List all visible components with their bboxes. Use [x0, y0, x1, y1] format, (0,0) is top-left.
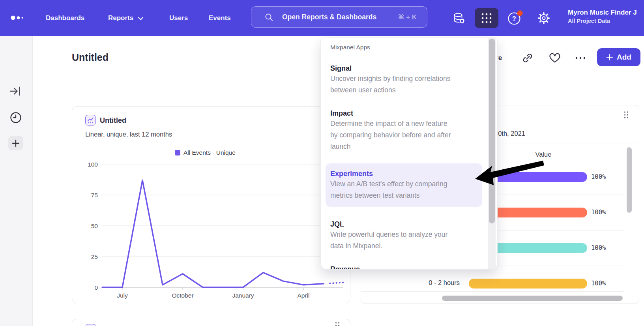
dropdown-item-description: Uncover insights by finding correlations — [330, 73, 477, 84]
dropdown-item-description: View an A/B test's effect by comparing — [330, 178, 477, 190]
svg-text:October: October — [172, 292, 193, 299]
dropdown-item-impact[interactable]: ImpactDetermine the impact of a new feat… — [330, 109, 477, 152]
recent-items-button[interactable] — [9, 111, 22, 124]
horizontal-scrollbar[interactable] — [442, 296, 623, 301]
value-bar[interactable] — [469, 279, 587, 289]
dropdown-item-experiments[interactable]: ExperimentsView an A/B test's effect by … — [326, 163, 482, 207]
value-percentage: 100% — [591, 173, 623, 180]
plus-icon — [11, 139, 20, 148]
user-project-switcher[interactable]: Myron Music Finder J All Project Data — [568, 9, 637, 24]
date-range-label: 30th, 2021 — [494, 130, 525, 137]
top-navigation-bar: Dashboards Reports Users Events Open Rep… — [0, 0, 644, 36]
apps-grid-button[interactable] — [475, 8, 498, 28]
nav-events-label: Events — [209, 14, 231, 22]
nav-users-label: Users — [169, 14, 188, 22]
nav-dashboards-label: Dashboards — [46, 14, 84, 22]
drag-handle-icon[interactable] — [334, 322, 341, 326]
nav-dashboards[interactable]: Dashboards — [46, 0, 84, 36]
search-placeholder: Open Reports & Dashboards — [282, 13, 376, 21]
chevron-down-icon — [138, 17, 144, 21]
dropdown-item-description: by comparing behavior before and after — [330, 129, 477, 141]
copy-link-icon[interactable] — [522, 52, 534, 64]
search-shortcut: ⌘ + K — [398, 13, 417, 21]
dropdown-item-signal[interactable]: SignalUncover insights by finding correl… — [330, 64, 477, 96]
dropdown-item-description: Write powerful queries to analyze your — [330, 229, 477, 240]
dropdown-item-title: Signal — [330, 64, 477, 73]
dropdown-item-description: data in Mixpanel. — [330, 240, 477, 252]
dropdown-item-title: Experiments — [330, 169, 477, 178]
insights-report-icon[interactable] — [85, 324, 96, 326]
dropdown-scrollbar-thumb[interactable] — [489, 39, 495, 223]
favorite-heart-icon[interactable] — [549, 52, 561, 64]
dropdown-header: Mixpanel Apps — [330, 44, 477, 51]
expand-sidebar-icon — [9, 86, 21, 96]
chart-card-untitled-2: Untitled — [72, 319, 350, 326]
svg-text:April: April — [297, 292, 309, 299]
svg-text:25: 25 — [91, 253, 98, 260]
vertical-scrollbar[interactable] — [627, 147, 632, 213]
search-icon — [265, 13, 273, 21]
notification-dot — [517, 10, 522, 16]
page-title: Untitled — [72, 52, 109, 63]
add-button-label: Add — [617, 53, 631, 62]
expand-sidebar-button[interactable] — [9, 85, 22, 97]
value-percentage: 100% — [591, 244, 623, 251]
help-button[interactable]: ? — [507, 0, 523, 36]
svg-text:0: 0 — [94, 284, 98, 291]
mixpanel-logo[interactable] — [9, 13, 25, 22]
svg-text:75: 75 — [91, 192, 98, 199]
dropdown-item-title: JQL — [330, 219, 477, 229]
settings-gear-icon[interactable] — [536, 0, 552, 36]
dropdown-item-title: Impact — [330, 109, 477, 118]
dropdown-item-title: Revenue — [330, 264, 477, 270]
dropdown-item-description: launch — [330, 141, 477, 152]
clock-icon — [10, 112, 22, 124]
dropdown-item-description: Determine the impact of a new feature — [330, 118, 477, 129]
dropdown-item-revenue[interactable]: Revenue — [330, 264, 477, 270]
svg-text:January: January — [232, 292, 254, 299]
apps-grid-icon — [481, 13, 492, 24]
table-border — [624, 144, 624, 291]
svg-text:50: 50 — [91, 223, 98, 229]
user-name: Myron Music Finder J — [568, 9, 637, 17]
more-options-icon[interactable] — [574, 56, 587, 60]
row-label: 0 - 2 hours — [401, 279, 460, 287]
add-button[interactable]: Add — [597, 48, 640, 66]
left-sidebar — [0, 36, 33, 326]
nav-events[interactable]: Events — [209, 0, 231, 36]
value-percentage: 100% — [591, 209, 623, 216]
add-board-button[interactable] — [8, 136, 23, 150]
svg-text:?: ? — [512, 15, 516, 22]
dropdown-item-description: between user actions — [330, 84, 477, 96]
dropdown-item-description: metrics between test variants — [330, 190, 477, 201]
dropdown-item-jql[interactable]: JQLWrite powerful queries to analyze you… — [330, 219, 477, 252]
plus-icon — [606, 54, 613, 61]
value-column-header[interactable]: Value — [517, 151, 569, 158]
data-management-icon[interactable] — [450, 0, 468, 36]
line-chart: 1007550250JulyOctoberJanuaryApril — [72, 107, 351, 304]
project-name: All Project Data — [568, 18, 637, 24]
value-percentage: 100% — [591, 280, 623, 287]
drag-handle-icon[interactable] — [623, 111, 629, 119]
global-search-input[interactable]: Open Reports & Dashboards ⌘ + K — [251, 6, 427, 28]
svg-text:100: 100 — [88, 161, 98, 168]
chart-card-untitled: Untitled Linear, unique, last 12 months … — [72, 106, 350, 303]
nav-reports-label: Reports — [108, 14, 133, 22]
mixpanel-apps-dropdown: Mixpanel Apps SignalUncover insights by … — [320, 37, 498, 270]
table-border — [361, 291, 624, 292]
svg-text:July: July — [117, 292, 128, 299]
nav-users[interactable]: Users — [169, 0, 188, 36]
nav-reports[interactable]: Reports — [108, 0, 144, 36]
